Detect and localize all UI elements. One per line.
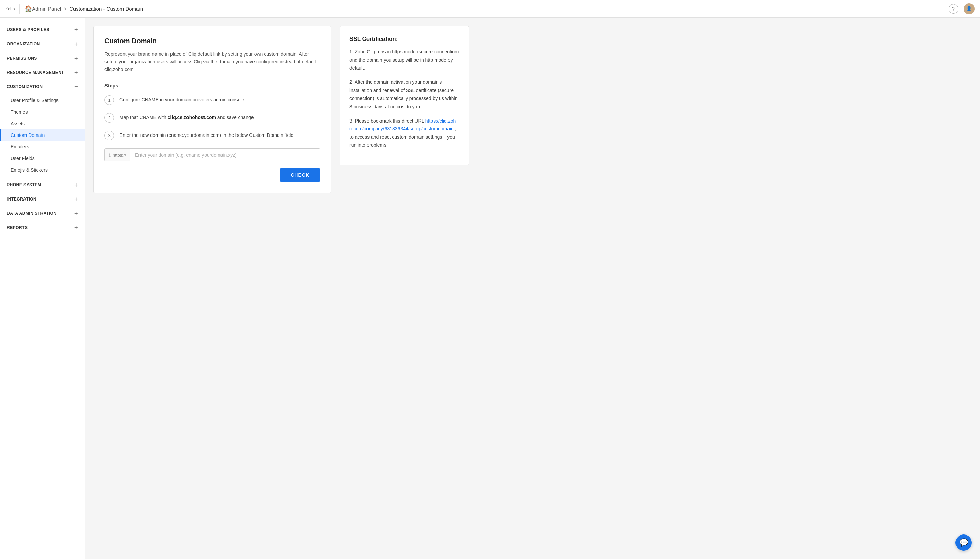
plus-icon: +	[74, 55, 78, 61]
minus-icon: −	[74, 84, 78, 90]
step-3: 3 Enter the new domain (cname.yourdomain…	[104, 131, 320, 140]
sidebar-item-themes[interactable]: Themes	[0, 106, 85, 118]
step-1: 1 Configure CNAME in your domain provide…	[104, 95, 320, 105]
sidebar-header-label-users-profiles: USERS & PROFILES	[7, 27, 49, 32]
sidebar-section-permissions: PERMISSIONS+	[0, 52, 85, 64]
sidebar-header-customization[interactable]: CUSTOMIZATION−	[0, 80, 85, 93]
plus-icon: +	[74, 196, 78, 202]
content-card: Custom Domain Represent your brand name …	[93, 26, 332, 193]
domain-input-wrapper: ℹ https://	[104, 149, 320, 161]
chat-icon: 💬	[959, 538, 968, 547]
breadcrumb-admin[interactable]: Admin Panel	[32, 6, 61, 12]
plus-icon: +	[74, 225, 78, 231]
check-button[interactable]: CHECK	[280, 168, 320, 182]
step-1-text: Configure CNAME in your domain providers…	[119, 95, 244, 104]
sidebar-header-label-customization: CUSTOMIZATION	[7, 84, 43, 89]
sidebar-item-emailers[interactable]: Emailers	[0, 141, 85, 152]
avatar[interactable]: 👤	[964, 3, 975, 14]
plus-icon: +	[74, 210, 78, 217]
sidebar-section-resource-management: RESOURCE MANAGEMENT+	[0, 66, 85, 79]
help-button[interactable]: ?	[949, 4, 958, 13]
step-3-text: Enter the new domain (cname.yourdomain.c…	[119, 131, 293, 139]
sidebar-header-label-integration: INTEGRATION	[7, 197, 36, 202]
layout: USERS & PROFILES+ORGANIZATION+PERMISSION…	[0, 18, 980, 559]
sidebar-header-phone-system[interactable]: PHONE SYSTEM+	[0, 179, 85, 191]
steps-label: Steps:	[104, 83, 320, 89]
sidebar-section-integration: INTEGRATION+	[0, 193, 85, 206]
sidebar-header-label-permissions: PERMISSIONS	[7, 56, 37, 61]
plus-icon: +	[74, 41, 78, 47]
check-btn-row: CHECK	[104, 168, 320, 182]
sidebar-section-reports: REPORTS+	[0, 221, 85, 234]
step-2-number: 2	[104, 113, 114, 122]
domain-prefix: ℹ https://	[105, 149, 130, 161]
ssl-card: SSL Certification: 1. Zoho Cliq runs in …	[340, 26, 469, 165]
domain-input[interactable]	[130, 149, 320, 161]
step-2-after: and save change	[216, 115, 254, 120]
sidebar-header-resource-management[interactable]: RESOURCE MANAGEMENT+	[0, 66, 85, 79]
sidebar-item-custom-domain[interactable]: Custom Domain	[0, 129, 85, 141]
step-2-before: Map that CNAME with	[119, 115, 168, 120]
plus-icon: +	[74, 182, 78, 188]
sidebar-header-label-reports: REPORTS	[7, 225, 28, 230]
main-content: Custom Domain Represent your brand name …	[85, 18, 980, 559]
step-2-text: Map that CNAME with cliq.cs.zohohost.com…	[119, 113, 254, 121]
plus-icon: +	[74, 26, 78, 33]
sidebar-item-emojis-stickers[interactable]: Emojis & Stickers	[0, 164, 85, 176]
sidebar-section-customization: CUSTOMIZATION−User Profile & SettingsThe…	[0, 80, 85, 177]
sidebar: USERS & PROFILES+ORGANIZATION+PERMISSION…	[0, 18, 85, 559]
sidebar-item-user-fields[interactable]: User Fields	[0, 152, 85, 164]
sidebar-header-label-phone-system: PHONE SYSTEM	[7, 182, 41, 187]
ssl-point-3: 3. Please bookmark this direct URL https…	[350, 117, 459, 149]
sidebar-item-assets[interactable]: Assets	[0, 118, 85, 129]
sidebar-header-organization[interactable]: ORGANIZATION+	[0, 38, 85, 50]
ssl-title: SSL Certification:	[350, 36, 459, 43]
https-prefix: https://	[113, 152, 126, 158]
sidebar-header-data-administration[interactable]: DATA ADMINISTRATION+	[0, 207, 85, 220]
home-icon[interactable]: 🏠	[25, 5, 32, 13]
breadcrumb-current: Customization - Custom Domain	[69, 6, 143, 12]
ssl-point-1: 1. Zoho Cliq runs in https mode (secure …	[350, 48, 459, 72]
step-1-number: 1	[104, 95, 114, 105]
sidebar-header-label-organization: ORGANIZATION	[7, 41, 40, 46]
page-title: Custom Domain	[104, 37, 320, 45]
step-2: 2 Map that CNAME with cliq.cs.zohohost.c…	[104, 113, 320, 122]
sidebar-section-data-administration: DATA ADMINISTRATION+	[0, 207, 85, 220]
ssl-point-2: 2. After the domain activation your doma…	[350, 78, 459, 111]
sidebar-header-label-data-administration: DATA ADMINISTRATION	[7, 211, 57, 216]
sidebar-item-user-profile-settings[interactable]: User Profile & Settings	[0, 95, 85, 106]
step-3-number: 3	[104, 131, 114, 140]
ssl-point-3-prefix: 3. Please bookmark this direct URL	[350, 118, 426, 124]
breadcrumb-sep: >	[64, 6, 67, 12]
topbar-right: ? 👤	[949, 3, 975, 14]
topbar-logo: Zoho	[5, 7, 15, 11]
sidebar-section-organization: ORGANIZATION+	[0, 38, 85, 50]
step-2-bold: cliq.cs.zohohost.com	[168, 115, 216, 120]
chat-widget[interactable]: 💬	[955, 534, 972, 551]
sidebar-header-label-resource-management: RESOURCE MANAGEMENT	[7, 70, 64, 75]
topbar: Zoho 🏠 Admin Panel > Customization - Cus…	[0, 0, 980, 18]
breadcrumb: Admin Panel > Customization - Custom Dom…	[32, 6, 143, 12]
sidebar-header-reports[interactable]: REPORTS+	[0, 221, 85, 234]
info-icon: ℹ	[109, 152, 111, 158]
sidebar-section-phone-system: PHONE SYSTEM+	[0, 179, 85, 191]
sidebar-sub-items-customization: User Profile & SettingsThemesAssetsCusto…	[0, 93, 85, 177]
plus-icon: +	[74, 69, 78, 76]
sidebar-section-users-profiles: USERS & PROFILES+	[0, 23, 85, 36]
page-description: Represent your brand name in place of Cl…	[104, 50, 320, 73]
sidebar-header-users-profiles[interactable]: USERS & PROFILES+	[0, 23, 85, 36]
sidebar-header-permissions[interactable]: PERMISSIONS+	[0, 52, 85, 64]
sidebar-header-integration[interactable]: INTEGRATION+	[0, 193, 85, 206]
